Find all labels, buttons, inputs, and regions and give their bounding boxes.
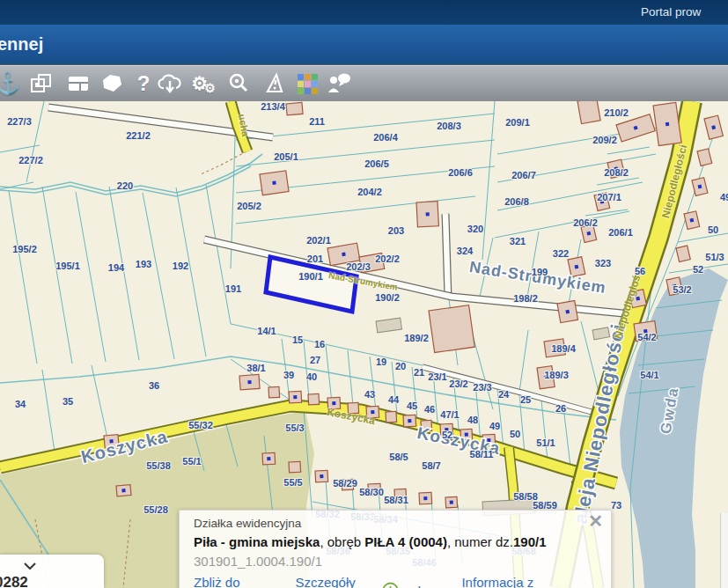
parcel-label: 195/1 — [55, 261, 80, 271]
parcel-number: 190/1 — [513, 534, 547, 549]
legend-color-swatch — [305, 88, 311, 94]
parcel-label: 23/2 — [449, 379, 467, 389]
warning-triangle-icon[interactable] — [259, 70, 289, 97]
feedback-person-icon[interactable] — [324, 70, 354, 97]
parcel-label: 190/2 — [375, 292, 400, 303]
parcel-label: 50 — [510, 429, 520, 439]
parcel-label: 206/6 — [448, 167, 473, 178]
close-icon[interactable]: ✕ — [588, 512, 603, 530]
parcel-label: 195/2 — [12, 244, 37, 254]
layout-panels-icon[interactable] — [63, 70, 93, 97]
parcel-label: 40 — [306, 371, 317, 382]
parcel-label: 34 — [15, 399, 26, 409]
registry-info-link[interactable]: Informacja z ewidencji — [461, 575, 578, 588]
parcel-label: 47/1 — [440, 409, 459, 420]
parcel-label: 205/2 — [237, 201, 261, 211]
legend-color-swatch — [312, 74, 318, 80]
parcel-label: 44 — [388, 394, 400, 405]
parcel-label: 51/3 — [705, 252, 724, 262]
building — [268, 386, 280, 398]
parcel-label: 189/4 — [551, 343, 576, 354]
parcel-label: 206/1 — [608, 227, 633, 238]
chevron-down-icon[interactable] — [23, 562, 37, 570]
scale-panel[interactable]: 0282 — [0, 555, 104, 588]
legend-color-swatch — [298, 74, 304, 80]
add-icon[interactable] — [382, 582, 399, 588]
parcel-label: 199 — [532, 267, 548, 277]
parcel-label: 202/1 — [306, 235, 331, 246]
geoportal-app: Portal prow ennej ⚓ ? ⚙⚙ — [0, 0, 728, 588]
zoom-to-object-link[interactable]: Zbliż do obiektu — [194, 575, 276, 588]
parcel-label: 201 — [307, 254, 323, 264]
building — [289, 461, 301, 473]
parcel-label: 202/3 — [346, 261, 371, 272]
parcel-label: 227/3 — [7, 116, 32, 127]
parcel-label: 58/7 — [422, 460, 440, 471]
address-point — [423, 496, 427, 500]
parcel-label: 206/7 — [511, 170, 536, 180]
help-icon[interactable]: ? — [129, 70, 158, 97]
legend-color-swatch — [298, 81, 304, 87]
parcel-label: 203 — [388, 225, 404, 236]
map-toolbar: ⚓ ? ⚙⚙ — [0, 64, 728, 102]
parcel-label: 23/3 — [473, 382, 491, 393]
settings-gears-icon[interactable]: ⚙⚙ — [188, 70, 218, 97]
parcel-label: 35 — [63, 396, 73, 407]
parcel-label: 49 — [720, 192, 728, 202]
parcel-label: 15 — [292, 334, 303, 345]
polygon-select-icon[interactable] — [97, 70, 127, 97]
building — [676, 246, 690, 262]
address-point — [342, 253, 346, 257]
parcel-label: 21 — [414, 367, 424, 378]
parcel-label: 36 — [149, 380, 159, 391]
parcel-label: 55/3 — [285, 423, 304, 433]
parcel-label: 204/2 — [357, 187, 382, 197]
parcel-label: 321 — [510, 236, 526, 246]
parcel-label: 322 — [553, 248, 569, 259]
address-point — [426, 212, 430, 216]
parcel-label: 43 — [364, 389, 375, 400]
other-link[interactable]: Inne — [417, 583, 443, 588]
popup-title: Działka ewidencyjna — [194, 517, 597, 530]
legend-color-swatch — [305, 81, 311, 87]
parcel-label: 55/32 — [188, 420, 213, 430]
download-cloud-icon[interactable] — [155, 70, 185, 97]
parcel-label: 48 — [467, 415, 478, 425]
parcel-label: 211 — [309, 116, 325, 127]
parcel-label: 45 — [407, 401, 417, 411]
parcel-label: 51/1 — [536, 437, 555, 448]
legend-palette-icon[interactable] — [292, 70, 322, 97]
parcel-label: 39 — [283, 370, 294, 380]
parcel-label: 221/2 — [126, 130, 151, 141]
parcel-label: 16 — [314, 339, 325, 349]
parcel-label: 209/1 — [505, 117, 530, 128]
municipality-name: Piła - gmina miejska — [194, 534, 320, 549]
parcel-label: 58/5 — [389, 452, 408, 462]
parcel-label: 209/2 — [592, 135, 617, 145]
legend-color-grid — [298, 74, 318, 94]
details-link[interactable]: Szczegóły (I) — [295, 575, 364, 588]
address-point — [332, 401, 335, 405]
parcel-label: 205/1 — [274, 151, 298, 162]
parcel-label: 20 — [395, 361, 406, 371]
parcel-label: 206/8 — [504, 196, 529, 207]
parcel-label: 27 — [310, 355, 320, 365]
anchor-icon[interactable]: ⚓ — [0, 70, 23, 97]
portal-provider-text: Portal prow — [641, 5, 701, 18]
overlapping-windows-icon[interactable] — [26, 70, 56, 97]
parcel-label: 14/1 — [257, 326, 276, 336]
legend-color-swatch — [298, 88, 304, 94]
popup-actions: Zbliż do obiektu Szczegóły (I) Inne Info… — [194, 575, 597, 588]
address-point — [121, 489, 125, 492]
parcel-label: 24 — [498, 389, 510, 400]
building — [308, 393, 320, 405]
legend-color-swatch — [305, 74, 311, 80]
parcel-label: 323 — [595, 258, 611, 268]
parcel-label: 220 — [117, 180, 133, 191]
parcel-label: 55/28 — [143, 504, 168, 515]
parcel-label: 46 — [424, 404, 435, 415]
address-point — [408, 419, 411, 423]
zoom-search-icon[interactable] — [224, 70, 254, 97]
parcel-label: 50 — [708, 224, 718, 235]
address-point — [575, 265, 579, 269]
